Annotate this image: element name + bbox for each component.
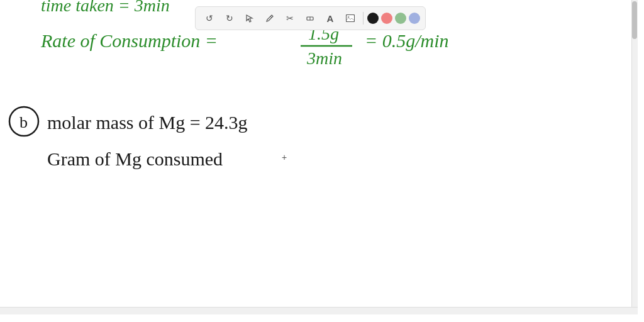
molar-mass-text: molar mass of Mg = 24.3g bbox=[47, 112, 248, 133]
denominator-text: 3min bbox=[306, 48, 342, 68]
image-tool-button[interactable] bbox=[341, 9, 359, 27]
svg-line-0 bbox=[270, 16, 272, 18]
eraser-icon bbox=[306, 14, 314, 23]
image-icon bbox=[345, 14, 355, 23]
right-scrollbar[interactable] bbox=[631, 0, 638, 314]
rate-label-text: Rate of Consumption = bbox=[40, 30, 218, 51]
handwriting-canvas: time taken = 3min Rate of Consumption = … bbox=[0, 0, 638, 314]
scrollbar-thumb-vertical[interactable] bbox=[632, 1, 637, 39]
result-text: = 0.5g/min bbox=[365, 30, 449, 51]
bottom-scrollbar[interactable] bbox=[0, 307, 638, 314]
color-pink[interactable] bbox=[381, 13, 392, 24]
undo-button[interactable]: ↺ bbox=[201, 9, 218, 27]
cursor-mark: + bbox=[282, 152, 287, 162]
redo-button[interactable]: ↻ bbox=[221, 9, 238, 27]
scissors-tool-button[interactable]: ✂ bbox=[281, 9, 299, 27]
cursor-icon bbox=[245, 14, 254, 23]
eraser-tool-button[interactable] bbox=[301, 9, 319, 27]
circle-b-label: b bbox=[19, 113, 28, 131]
gram-consumed-text: Gram of Mg consumed bbox=[47, 148, 223, 169]
text-tool-button[interactable]: A bbox=[321, 9, 339, 27]
toolbar-separator bbox=[363, 12, 364, 25]
select-tool-button[interactable] bbox=[241, 9, 258, 27]
color-blue[interactable] bbox=[409, 13, 420, 24]
draw-tool-button[interactable] bbox=[261, 9, 279, 27]
whiteboard: ↺ ↻ ✂ A bbox=[0, 0, 638, 314]
pencil-icon bbox=[265, 14, 274, 23]
color-green[interactable] bbox=[395, 13, 406, 24]
time-taken-text: time taken = 3min bbox=[41, 0, 170, 15]
toolbar: ↺ ↻ ✂ A bbox=[195, 6, 426, 30]
color-black[interactable] bbox=[367, 13, 379, 24]
